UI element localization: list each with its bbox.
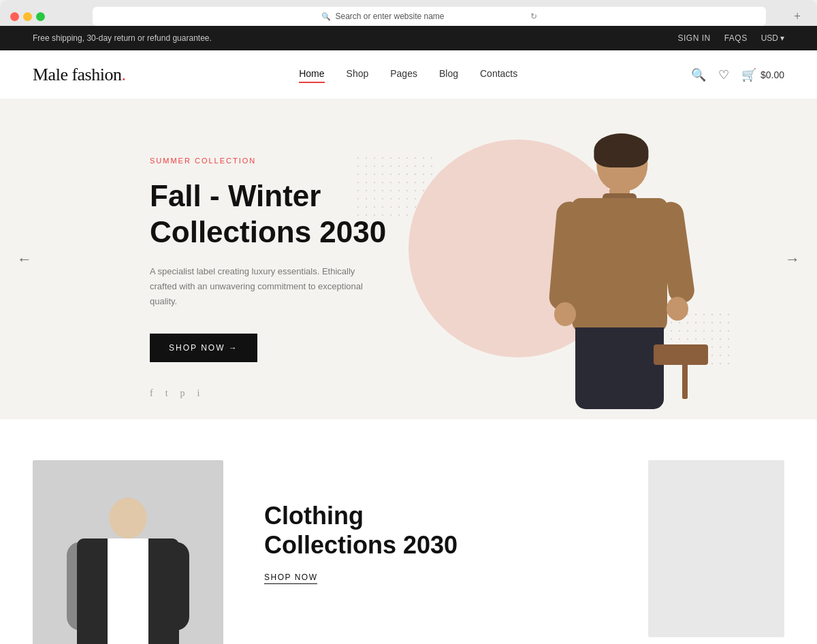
- collection-title: ClothingCollections 2030: [264, 501, 607, 560]
- right-arrow-icon: →: [785, 251, 800, 268]
- slider-prev-button[interactable]: ←: [11, 246, 38, 273]
- model-hand-left: [554, 302, 576, 326]
- collection-secondary-image: [648, 460, 784, 637]
- currency-selector[interactable]: USD ▾: [761, 33, 784, 43]
- refresh-icon[interactable]: ↻: [530, 12, 537, 21]
- promo-text: Free shipping, 30-day return or refund g…: [33, 33, 212, 43]
- currency-text: USD: [761, 33, 778, 43]
- collection-shop-link[interactable]: SHOP NOW: [264, 573, 317, 584]
- logo[interactable]: Male fashion.: [33, 65, 125, 85]
- hero-description: A specialist label creating luxury essen…: [150, 264, 368, 309]
- model-hand-right: [667, 297, 688, 321]
- model-pants: [575, 327, 664, 409]
- facebook-icon[interactable]: f: [150, 388, 153, 399]
- address-bar-text: Search or enter website name: [335, 12, 444, 21]
- chair: [654, 344, 708, 365]
- jacket-figure: [33, 460, 223, 644]
- collection-text: ClothingCollections 2030 SHOP NOW: [264, 460, 607, 583]
- hero-section: SUMMER COLLECTION Fall - Winter Collecti…: [0, 99, 817, 419]
- header-icons: 🔍 ♡ 🛒 $0.00: [691, 69, 784, 81]
- hero-content: SUMMER COLLECTION Fall - Winter Collecti…: [0, 157, 408, 362]
- hero-model-image: [422, 99, 817, 419]
- nav-item-pages[interactable]: Pages: [390, 68, 417, 82]
- collections-section: ClothingCollections 2030 SHOP NOW: [0, 419, 817, 644]
- hero-title: Fall - Winter Collections 2030: [150, 178, 408, 251]
- traffic-lights: [10, 12, 45, 21]
- pinterest-icon[interactable]: p: [180, 388, 185, 399]
- logo-dot: .: [121, 65, 125, 84]
- search-icon: 🔍: [321, 12, 331, 21]
- slider-next-button[interactable]: →: [779, 246, 806, 273]
- new-tab-button[interactable]: +: [788, 7, 807, 26]
- wishlist-icon[interactable]: ♡: [718, 69, 729, 81]
- nav-item-blog[interactable]: Blog: [439, 68, 458, 82]
- jacket-inner: [108, 538, 148, 644]
- faqs-link[interactable]: FAQS: [724, 33, 748, 43]
- jacket-body: [74, 498, 182, 644]
- twitter-icon[interactable]: t: [165, 388, 168, 399]
- minimize-button[interactable]: [23, 12, 32, 21]
- cart-price: $0.00: [760, 69, 784, 80]
- jacket-head: [110, 498, 147, 538]
- cart-icon: 🛒: [741, 69, 756, 81]
- top-bar-right: SIGN IN FAQS USD ▾: [677, 33, 784, 43]
- website: Free shipping, 30-day return or refund g…: [0, 26, 817, 644]
- model-hair: [594, 133, 648, 167]
- social-icons: f t p i: [150, 388, 199, 399]
- nav-item-home[interactable]: Home: [299, 68, 324, 82]
- left-arrow-icon: ←: [17, 251, 32, 268]
- model-torso: [572, 198, 667, 334]
- address-bar[interactable]: 🔍 Search or enter website name ↻: [93, 7, 766, 26]
- header: Male fashion. Home Shop Pages Blog Conta…: [0, 50, 817, 99]
- browser-chrome: 🔍 Search or enter website name ↻ +: [0, 0, 817, 26]
- maximize-button[interactable]: [36, 12, 45, 21]
- model-body: [545, 133, 694, 419]
- chair-leg: [682, 344, 688, 399]
- collection-main-image: [33, 460, 223, 644]
- search-icon[interactable]: 🔍: [691, 69, 706, 81]
- main-nav: Home Shop Pages Blog Contacts: [299, 68, 517, 82]
- top-bar: Free shipping, 30-day return or refund g…: [0, 26, 817, 50]
- instagram-icon[interactable]: i: [197, 388, 200, 399]
- hero-cta-button[interactable]: SHOP NOW →: [150, 334, 257, 362]
- cart-icon-wrap[interactable]: 🛒 $0.00: [741, 69, 784, 81]
- nav-item-contacts[interactable]: Contacts: [480, 68, 517, 82]
- currency-arrow: ▾: [780, 33, 784, 43]
- sign-in-link[interactable]: SIGN IN: [677, 33, 710, 43]
- close-button[interactable]: [10, 12, 19, 21]
- hero-subtitle: SUMMER COLLECTION: [150, 157, 408, 165]
- model-figure: [497, 106, 742, 419]
- nav-item-shop[interactable]: Shop: [347, 68, 369, 82]
- logo-text: Male fashion: [33, 65, 121, 84]
